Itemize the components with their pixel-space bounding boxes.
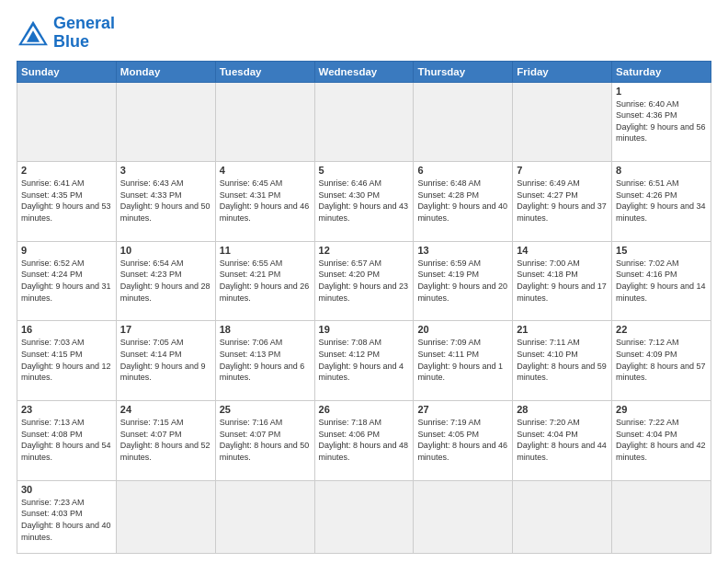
calendar-cell: 11Sunrise: 6:55 AMSunset: 4:21 PMDayligh… (215, 241, 314, 321)
calendar-cell: 30Sunrise: 7:23 AMSunset: 4:03 PMDayligh… (17, 480, 117, 553)
calendar-cell (414, 480, 513, 553)
day-number: 14 (517, 245, 608, 256)
calendar-cell (513, 480, 612, 553)
calendar-cell (215, 480, 314, 553)
calendar-cell: 5Sunrise: 6:46 AMSunset: 4:30 PMDaylight… (314, 162, 414, 242)
day-number: 16 (21, 324, 112, 335)
calendar-cell (513, 82, 612, 162)
logo-text: GeneralBlue (53, 15, 115, 52)
calendar-cell (116, 480, 215, 553)
calendar-cell: 24Sunrise: 7:15 AMSunset: 4:07 PMDayligh… (116, 401, 215, 481)
day-number: 12 (319, 245, 410, 256)
day-info: Sunrise: 6:48 AMSunset: 4:28 PMDaylight:… (417, 178, 508, 224)
day-info: Sunrise: 7:11 AMSunset: 4:10 PMDaylight:… (517, 337, 608, 383)
day-info: Sunrise: 7:05 AMSunset: 4:14 PMDaylight:… (120, 337, 211, 383)
calendar-cell: 3Sunrise: 6:43 AMSunset: 4:33 PMDaylight… (116, 162, 215, 242)
calendar-week-row: 23Sunrise: 7:13 AMSunset: 4:08 PMDayligh… (17, 401, 711, 481)
calendar-cell: 15Sunrise: 7:02 AMSunset: 4:16 PMDayligh… (612, 241, 711, 321)
header-sunday: Sunday (17, 61, 117, 82)
day-number: 20 (417, 324, 508, 335)
day-number: 30 (21, 484, 112, 495)
day-info: Sunrise: 6:45 AMSunset: 4:31 PMDaylight:… (220, 178, 311, 224)
header: GeneralBlue (17, 15, 711, 52)
day-info: Sunrise: 6:46 AMSunset: 4:30 PMDaylight:… (319, 178, 410, 224)
header-tuesday: Tuesday (215, 61, 314, 82)
day-number: 17 (120, 324, 211, 335)
day-info: Sunrise: 7:15 AMSunset: 4:07 PMDaylight:… (120, 417, 211, 463)
calendar-cell (17, 82, 117, 162)
day-info: Sunrise: 6:59 AMSunset: 4:19 PMDaylight:… (417, 258, 508, 304)
day-number: 7 (517, 165, 608, 176)
day-number: 22 (616, 324, 707, 335)
day-number: 3 (120, 165, 211, 176)
day-info: Sunrise: 6:49 AMSunset: 4:27 PMDaylight:… (517, 178, 608, 224)
day-number: 26 (319, 404, 410, 415)
calendar-cell: 27Sunrise: 7:19 AMSunset: 4:05 PMDayligh… (414, 401, 513, 481)
day-number: 21 (517, 324, 608, 335)
calendar-cell: 17Sunrise: 7:05 AMSunset: 4:14 PMDayligh… (116, 321, 215, 401)
calendar-cell (612, 480, 711, 553)
day-info: Sunrise: 7:20 AMSunset: 4:04 PMDaylight:… (517, 417, 608, 463)
logo: GeneralBlue (17, 15, 115, 52)
calendar-cell: 13Sunrise: 6:59 AMSunset: 4:19 PMDayligh… (414, 241, 513, 321)
calendar-cell: 10Sunrise: 6:54 AMSunset: 4:23 PMDayligh… (116, 241, 215, 321)
calendar-cell: 2Sunrise: 6:41 AMSunset: 4:35 PMDaylight… (17, 162, 117, 242)
day-info: Sunrise: 7:02 AMSunset: 4:16 PMDaylight:… (616, 258, 707, 304)
calendar-cell: 18Sunrise: 7:06 AMSunset: 4:13 PMDayligh… (215, 321, 314, 401)
day-number: 24 (120, 404, 211, 415)
calendar-cell (414, 82, 513, 162)
day-info: Sunrise: 7:13 AMSunset: 4:08 PMDaylight:… (21, 417, 112, 463)
calendar-cell: 9Sunrise: 6:52 AMSunset: 4:24 PMDaylight… (17, 241, 117, 321)
calendar-cell: 29Sunrise: 7:22 AMSunset: 4:04 PMDayligh… (612, 401, 711, 481)
day-number: 1 (616, 86, 707, 97)
weekday-header-row: Sunday Monday Tuesday Wednesday Thursday… (17, 61, 711, 82)
calendar-week-row: 9Sunrise: 6:52 AMSunset: 4:24 PMDaylight… (17, 241, 711, 321)
logo-icon (17, 19, 50, 47)
day-number: 11 (220, 245, 311, 256)
day-number: 8 (616, 165, 707, 176)
day-info: Sunrise: 7:23 AMSunset: 4:03 PMDaylight:… (21, 497, 112, 543)
day-info: Sunrise: 7:06 AMSunset: 4:13 PMDaylight:… (220, 337, 311, 383)
day-number: 5 (319, 165, 410, 176)
day-info: Sunrise: 7:18 AMSunset: 4:06 PMDaylight:… (319, 417, 410, 463)
calendar-cell: 4Sunrise: 6:45 AMSunset: 4:31 PMDaylight… (215, 162, 314, 242)
calendar-week-row: 16Sunrise: 7:03 AMSunset: 4:15 PMDayligh… (17, 321, 711, 401)
calendar-cell (314, 82, 414, 162)
day-number: 28 (517, 404, 608, 415)
calendar-cell: 16Sunrise: 7:03 AMSunset: 4:15 PMDayligh… (17, 321, 117, 401)
calendar-week-row: 2Sunrise: 6:41 AMSunset: 4:35 PMDaylight… (17, 162, 711, 242)
calendar: Sunday Monday Tuesday Wednesday Thursday… (17, 61, 711, 554)
day-info: Sunrise: 7:16 AMSunset: 4:07 PMDaylight:… (220, 417, 311, 463)
day-number: 13 (417, 245, 508, 256)
day-info: Sunrise: 7:19 AMSunset: 4:05 PMDaylight:… (417, 417, 508, 463)
header-monday: Monday (116, 61, 215, 82)
day-info: Sunrise: 6:40 AMSunset: 4:36 PMDaylight:… (616, 98, 707, 144)
calendar-cell: 23Sunrise: 7:13 AMSunset: 4:08 PMDayligh… (17, 401, 117, 481)
header-wednesday: Wednesday (314, 61, 414, 82)
header-friday: Friday (513, 61, 612, 82)
calendar-cell (215, 82, 314, 162)
day-number: 25 (220, 404, 311, 415)
day-info: Sunrise: 6:57 AMSunset: 4:20 PMDaylight:… (319, 258, 410, 304)
day-info: Sunrise: 7:08 AMSunset: 4:12 PMDaylight:… (319, 337, 410, 383)
day-info: Sunrise: 7:12 AMSunset: 4:09 PMDaylight:… (616, 337, 707, 383)
logo-blue: Blue (53, 33, 115, 52)
calendar-cell: 8Sunrise: 6:51 AMSunset: 4:26 PMDaylight… (612, 162, 711, 242)
calendar-cell: 26Sunrise: 7:18 AMSunset: 4:06 PMDayligh… (314, 401, 414, 481)
day-number: 4 (220, 165, 311, 176)
day-number: 2 (21, 165, 112, 176)
calendar-cell: 1Sunrise: 6:40 AMSunset: 4:36 PMDaylight… (612, 82, 711, 162)
day-number: 19 (319, 324, 410, 335)
calendar-cell: 19Sunrise: 7:08 AMSunset: 4:12 PMDayligh… (314, 321, 414, 401)
calendar-cell: 12Sunrise: 6:57 AMSunset: 4:20 PMDayligh… (314, 241, 414, 321)
logo-general: General (53, 15, 115, 33)
calendar-cell (314, 480, 414, 553)
day-number: 6 (417, 165, 508, 176)
day-info: Sunrise: 7:22 AMSunset: 4:04 PMDaylight:… (616, 417, 707, 463)
day-info: Sunrise: 6:41 AMSunset: 4:35 PMDaylight:… (21, 178, 112, 224)
day-info: Sunrise: 7:09 AMSunset: 4:11 PMDaylight:… (417, 337, 508, 383)
calendar-cell: 20Sunrise: 7:09 AMSunset: 4:11 PMDayligh… (414, 321, 513, 401)
day-number: 10 (120, 245, 211, 256)
calendar-cell: 6Sunrise: 6:48 AMSunset: 4:28 PMDaylight… (414, 162, 513, 242)
day-info: Sunrise: 7:03 AMSunset: 4:15 PMDaylight:… (21, 337, 112, 383)
